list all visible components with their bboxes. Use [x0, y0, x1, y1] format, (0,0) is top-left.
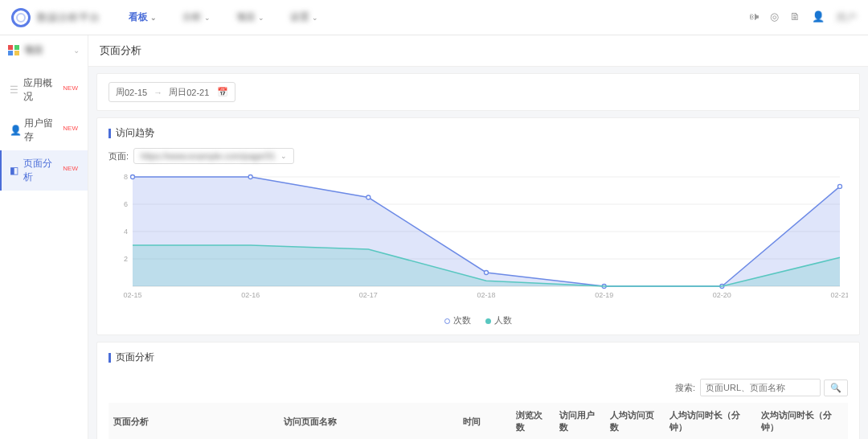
workspace-icon [8, 45, 19, 56]
sidebar: 项目 ⌄ ☰应用概况NEW👤用户留存NEW◧页面分析NEW [0, 35, 88, 439]
table-header: 页面分析 [108, 403, 279, 439]
sidebar-icon: 👤 [10, 125, 19, 136]
chevron-down-icon: ⌄ [258, 14, 264, 22]
trend-card: 访问趋势 页面: https://www.example.com/page/31… [96, 117, 860, 335]
page-select-value: https://www.example.com/page/31 [141, 151, 276, 161]
chevron-down-icon: ⌄ [204, 14, 211, 22]
search-label: 搜索: [675, 382, 695, 394]
nav-item-1[interactable]: 分析⌄ [182, 10, 211, 24]
date-from: 02-15 [125, 88, 147, 97]
legend-users-dot [485, 318, 491, 324]
nav-item-2[interactable]: 项目⌄ [236, 10, 264, 24]
svg-text:02-20: 02-20 [713, 291, 731, 299]
sidebar-item-2[interactable]: ◧页面分析NEW [0, 150, 88, 191]
user-name[interactable]: 用户 [836, 10, 857, 25]
sidebar-icon: ☰ [10, 84, 18, 96]
workspace-name: 项目 [24, 43, 43, 57]
svg-text:02-21: 02-21 [830, 291, 848, 299]
new-badge: NEW [63, 165, 78, 172]
sidebar-item-label: 应用概况 [23, 76, 59, 104]
chevron-down-icon: ⌄ [150, 14, 157, 22]
svg-point-22 [838, 184, 842, 188]
table-header: 人均访问页数 [605, 403, 665, 439]
page-table: 页面分析访问页面名称时间浏览次数访问用户数人均访问页数人均访问时长（分钟）次均访… [108, 403, 848, 439]
chart-legend: 次数 人数 [97, 311, 859, 334]
date-range-card: 周 02-15 → 周日 02-21 📅 [96, 73, 860, 111]
svg-point-18 [366, 195, 371, 199]
svg-text:02-15: 02-15 [123, 291, 141, 299]
date-range-picker[interactable]: 周 02-15 → 周日 02-21 📅 [108, 82, 235, 102]
target-icon[interactable]: ◎ [770, 10, 779, 25]
svg-text:02-17: 02-17 [359, 291, 378, 299]
trend-chart: 246802-1502-1602-1702-1802-1902-2002-21 [108, 172, 848, 301]
table-header: 次均访问时长（分钟） [756, 403, 848, 439]
table-card: 页面分析 搜索: 🔍 页面分析访问页面名称时间浏览次数访问用户数人均访问页数人均… [96, 342, 860, 439]
sidebar-item-0[interactable]: ☰应用概况NEW [0, 70, 88, 110]
search-input[interactable] [700, 379, 821, 396]
date-to-prefix: 周日 [169, 86, 186, 98]
svg-text:6: 6 [124, 200, 128, 208]
svg-text:02-18: 02-18 [477, 291, 495, 299]
table-header: 人均访问时长（分钟） [665, 403, 756, 439]
svg-text:8: 8 [124, 173, 128, 181]
doc-icon[interactable]: 🗎 [790, 10, 800, 25]
svg-point-17 [248, 175, 252, 179]
new-badge: NEW [63, 84, 78, 92]
page-title: 页面分析 [88, 35, 868, 67]
date-to: 02-21 [186, 88, 209, 97]
sidebar-icon: ◧ [10, 165, 18, 176]
nav-item-3[interactable]: 设置⌄ [290, 10, 318, 24]
workspace-selector[interactable]: 项目 ⌄ [0, 35, 88, 65]
table-header: 时间 [458, 403, 511, 439]
svg-text:02-16: 02-16 [241, 291, 260, 299]
chevron-down-icon: ⌄ [73, 46, 80, 55]
topbar: 数据分析平台 看板⌄分析⌄项目⌄设置⌄ 🕪 ◎ 🗎 👤 用户 [0, 0, 868, 35]
table-title: 页面分析 [97, 343, 859, 372]
svg-text:2: 2 [124, 255, 128, 263]
legend-users: 人数 [494, 315, 512, 325]
table-header: 访问用户数 [555, 403, 605, 439]
chevron-down-icon: ⌄ [312, 14, 318, 22]
user-icon[interactable]: 👤 [812, 10, 825, 25]
volume-icon[interactable]: 🕪 [748, 10, 759, 25]
sidebar-item-label: 用户留存 [24, 117, 59, 144]
svg-point-16 [131, 175, 135, 179]
legend-visits-dot [444, 318, 450, 324]
nav-item-0[interactable]: 看板⌄ [129, 10, 157, 24]
logo-icon [11, 8, 31, 27]
main: 页面分析 周 02-15 → 周日 02-21 📅 访问趋势 页面: https… [88, 35, 868, 439]
page-select-label: 页面: [108, 150, 129, 162]
sidebar-item-1[interactable]: 👤用户留存NEW [0, 110, 88, 150]
trend-title: 访问趋势 [97, 118, 859, 148]
topbar-actions: 🕪 ◎ 🗎 👤 用户 [748, 10, 857, 25]
svg-text:02-19: 02-19 [595, 291, 613, 299]
new-badge: NEW [63, 125, 78, 132]
svg-text:4: 4 [124, 228, 128, 236]
chevron-down-icon: ⌄ [280, 152, 287, 160]
top-nav: 看板⌄分析⌄项目⌄设置⌄ [129, 10, 318, 24]
sidebar-item-label: 页面分析 [23, 157, 59, 184]
svg-point-19 [485, 271, 489, 275]
search-button[interactable]: 🔍 [824, 380, 848, 396]
table-header: 浏览次数 [511, 403, 555, 439]
table-header: 访问页面名称 [279, 403, 458, 439]
arrow-right-icon: → [154, 88, 162, 97]
brand-name: 数据分析平台 [37, 10, 100, 25]
date-from-prefix: 周 [116, 86, 125, 98]
page-select[interactable]: https://www.example.com/page/31 ⌄ [133, 148, 294, 164]
legend-visits: 次数 [453, 315, 471, 325]
calendar-icon: 📅 [217, 87, 228, 97]
